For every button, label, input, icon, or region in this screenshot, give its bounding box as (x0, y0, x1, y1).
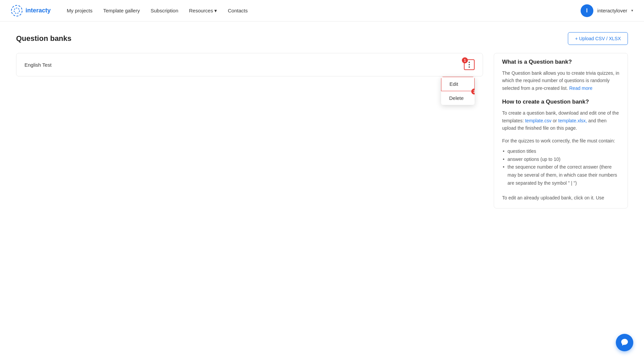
nav-template-gallery[interactable]: Template gallery (103, 8, 140, 14)
list-item: the sequence number of the correct answe… (502, 163, 620, 187)
more-btn-wrapper: 1 Edit Delete 2 (464, 59, 475, 70)
user-menu-chevron[interactable]: ▾ (631, 8, 633, 13)
nav-right: I interactylover ▾ (581, 4, 633, 17)
logo[interactable]: interacty (11, 5, 51, 17)
logo-text: interacty (25, 7, 51, 14)
left-panel: English Test 1 Edit Dele (16, 53, 483, 208)
user-name: interactylover (597, 8, 627, 13)
bank-item-english-test: English Test 1 Edit Dele (16, 53, 483, 76)
template-xlsx-link[interactable]: template.xlsx, (558, 118, 587, 123)
info-section1-text: The Question bank allows you to create t… (502, 69, 620, 92)
svg-point-1 (14, 8, 19, 13)
nav-resources[interactable]: Resources ▾ (189, 8, 217, 14)
read-more-link[interactable]: Read more (569, 85, 592, 91)
content-area: English Test 1 Edit Dele (16, 53, 628, 208)
info-section2-title: How to create a Question bank? (502, 99, 620, 105)
info-section2-note: For the quizzes to work correctly, the f… (502, 137, 620, 144)
info-panel: What is a Question bank? The Question ba… (494, 53, 628, 208)
more-options-button[interactable]: 1 (464, 59, 475, 70)
avatar: I (581, 4, 593, 17)
delete-menu-item[interactable]: Delete (441, 91, 475, 105)
bank-item-name: English Test (24, 62, 464, 68)
edit-menu-item[interactable]: Edit (441, 77, 475, 91)
info-section2-intro: To create a question bank, download and … (502, 109, 620, 132)
context-menu: Edit Delete 2 (441, 77, 475, 105)
page-title: Question banks (16, 34, 71, 43)
nav-contacts[interactable]: Contacts (228, 8, 248, 14)
svg-point-0 (11, 5, 22, 16)
info-section2-bullets: question titles answer options (up to 10… (502, 147, 620, 187)
main-content: Question banks + Upload CSV / XLSX Engli… (0, 21, 644, 219)
chevron-down-icon: ▾ (214, 8, 217, 14)
template-csv-link[interactable]: template.csv (525, 118, 551, 123)
nav-subscription[interactable]: Subscription (151, 8, 178, 14)
nav-my-projects[interactable]: My projects (67, 8, 93, 14)
logo-icon (11, 5, 23, 17)
badge-1: 1 (462, 57, 468, 63)
navbar: interacty My projects Template gallery S… (0, 0, 644, 21)
nav-links: My projects Template gallery Subscriptio… (67, 8, 581, 14)
page-header: Question banks + Upload CSV / XLSX (16, 32, 628, 45)
more-dots-icon (469, 62, 470, 68)
list-item: question titles (502, 147, 620, 156)
upload-csv-xlsx-button[interactable]: + Upload CSV / XLSX (568, 32, 628, 45)
info-section3-text: To edit an already uploaded bank, click … (502, 194, 620, 201)
info-section1-title: What is a Question bank? (502, 59, 620, 65)
list-item: answer options (up to 10) (502, 156, 620, 164)
